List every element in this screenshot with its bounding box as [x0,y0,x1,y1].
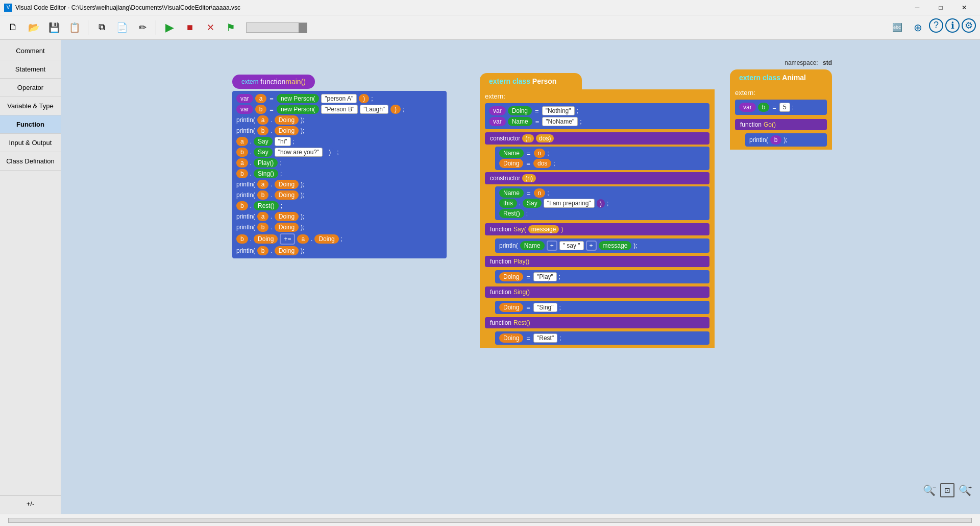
func-say-name: Say( [513,226,526,233]
horizontal-scrollbar[interactable] [8,518,972,523]
flag-btn[interactable]: ⚑ [222,18,240,37]
line-b-say-how[interactable]: b . Say "how are you?" ) ; [236,148,443,157]
cancel-btn[interactable]: ✕ [201,18,219,37]
zoom-in-btn[interactable]: 🔍+ [959,484,972,496]
line-println-a-doing3[interactable]: println( a . Doing ); [236,212,443,221]
line-b-rest[interactable]: b . Rest() ; [236,201,443,210]
line-var-a[interactable]: var a = new Person( "person A" ) ; [236,94,443,103]
c1-doing-eq-dos[interactable]: Doing = dos ; [499,159,705,168]
line-println-a-doing2[interactable]: println( a . Doing ); [236,180,443,189]
constructor2-header[interactable]: constructor (n) [485,172,709,184]
paste-btn[interactable]: 📄 [113,18,131,37]
var-name-b: b [255,105,267,114]
extern-text-person: extern: [485,92,505,100]
info-icon[interactable]: ℹ [945,18,960,33]
plus-eq-op: += [280,233,295,245]
sidebar-item-statement[interactable]: Statement [0,60,61,79]
sidebar-item-class-defination[interactable]: Class Defination [0,152,61,171]
progress-handle[interactable] [299,23,307,33]
settings-icon[interactable]: ⚙ [962,18,976,33]
play-val[interactable]: "Play" [533,272,557,281]
sidebar-item-input-output[interactable]: Input & Output [0,134,61,152]
line-assign-doing[interactable]: b . Doing += a . Doing ; [236,233,443,245]
class-person-body: extern: var Doing = "Nothing" ; var [480,89,715,348]
line-var-b[interactable]: var b = new Person( "Person B" "Laugh" )… [236,105,443,114]
sidebar-item-operator[interactable]: Operator [0,79,61,97]
sidebar-bottom-btn[interactable]: +/- [0,495,61,512]
line-b-sing[interactable]: b . Sing() ; [236,169,443,178]
c2-rest[interactable]: Rest() ; [499,209,705,218]
new-btn[interactable]: 🗋 [4,18,22,37]
person-b-arg2[interactable]: "Laugh" [360,105,388,114]
var-b-row[interactable]: var b = 5 ; [739,103,823,112]
go-println[interactable]: println( b ); [749,135,823,145]
b-val[interactable]: 5 [779,103,790,112]
func-say-header[interactable]: function Say( message ) [485,223,709,235]
say-println[interactable]: println( Name + " say " + message ); [499,241,705,251]
sidebar-item-function[interactable]: Function [0,115,61,134]
line-println-b-doing3[interactable]: println( b . Doing ); [236,223,443,232]
var-name-row[interactable]: var Name = "NoName" ; [489,117,705,126]
c2-name-eq-n[interactable]: Name = n ; [499,188,705,198]
name-val[interactable]: "NoName" [542,117,578,126]
doing-val[interactable]: "Nothing" [542,106,575,115]
line-println-b-doing2[interactable]: println( b . Doing ); [236,190,443,200]
line-println-b-doing1[interactable]: println( b . Doing ); [236,126,443,135]
person-a-arg[interactable]: "person A" [321,94,357,103]
line-a-play[interactable]: a . Play() ; [236,158,443,168]
var-doing-row[interactable]: var Doing = "Nothing" ; [489,106,705,115]
c2-say-arg[interactable]: "I am preparing" [544,199,595,208]
line-println-b-doing4[interactable]: println( b . Doing ); [236,246,443,255]
sing-doing[interactable]: Doing = "Sing" ; [499,303,705,312]
close-btn[interactable]: ✕ [952,0,976,15]
saveas-btn[interactable]: 📋 [65,18,84,37]
main-body: var a = new Person( "person A" ) ; var b… [232,91,447,258]
c2-this-say[interactable]: this . Say "I am preparing" ) ; [499,199,705,208]
new-keyword-a: new Person( [277,94,319,103]
canvas-area[interactable]: extern function main() var a = new Perso… [61,40,980,514]
rest-doing[interactable]: Doing = "Rest" ; [499,333,705,343]
say-arg-how[interactable]: "how are you?" [275,148,323,157]
func-play-name: Play() [513,258,529,265]
say-str[interactable]: " say " [559,241,584,250]
func-play-header[interactable]: function Play() [485,256,709,267]
sidebar-item-comment[interactable]: Comment [0,42,61,60]
rest-val[interactable]: "Rest" [533,333,557,343]
c2-close-paren: ) [597,199,605,208]
copy-btn[interactable]: ⧉ [92,18,111,37]
sing-val[interactable]: "Sing" [533,303,557,312]
func-sing-header[interactable]: function Sing() [485,286,709,298]
translate-icon[interactable]: 🔤 [888,18,906,37]
var-keyword-b: var [236,105,253,114]
zoom-out-btn[interactable]: 🔍− [923,484,936,496]
play-doing[interactable]: Doing = "Play" ; [499,272,705,281]
c2-this: this [499,199,517,208]
nav-icon[interactable]: ⊕ [909,18,927,37]
func-rest-label: function [490,319,511,326]
person-b-arg1[interactable]: "Person B" [321,105,358,114]
stop-btn[interactable]: ■ [181,18,199,37]
zoom-fit-btn[interactable]: ⊡ [940,483,954,497]
edit-btn[interactable]: ✏ [133,18,152,37]
help-icon[interactable]: ? [929,18,943,33]
var-kw-doing: var [489,106,506,115]
run-btn[interactable]: ▶ [160,18,179,37]
main-header[interactable]: extern function main() [232,75,315,89]
c1-name-eq-n[interactable]: Name = n ; [499,149,705,158]
progress-bar[interactable] [246,22,307,33]
open-btn[interactable]: 📂 [24,18,43,37]
constructor2-label: constructor [490,175,520,182]
say-arg-hi[interactable]: "hi" [275,137,291,146]
sidebar-item-variable-type[interactable]: Variable & Type [0,97,61,115]
save-btn[interactable]: 💾 [45,18,63,37]
maximize-btn[interactable]: □ [929,0,952,15]
minimize-btn[interactable]: ─ [905,0,929,15]
class-person-header[interactable]: extern class Person [480,73,582,89]
class-animal-header[interactable]: extern class Animal [730,69,832,86]
func-rest-header[interactable]: function Rest() [485,317,709,328]
func-go-header[interactable]: function Go() [735,119,827,130]
line-println-a-doing1[interactable]: println( a . Doing ); [236,115,443,125]
constructor1-header[interactable]: constructor (n dos) [485,132,709,145]
line-a-say-hi[interactable]: a . Say "hi" ; [236,137,443,146]
var-kw-name: var [489,117,506,126]
